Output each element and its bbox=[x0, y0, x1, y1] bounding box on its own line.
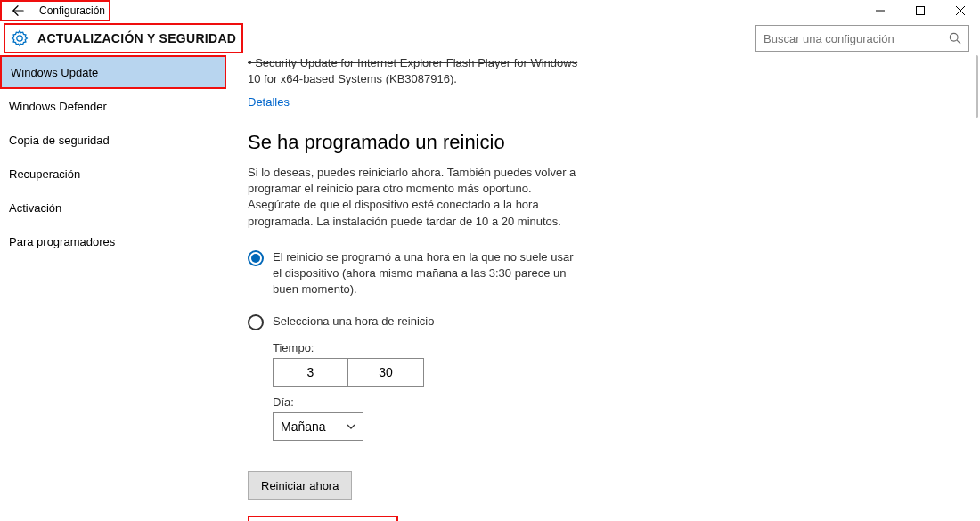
manual-time-block: Tiempo: 3 30 Día: Mañana bbox=[273, 341, 577, 441]
close-button[interactable] bbox=[940, 0, 980, 21]
time-picker[interactable]: 3 30 bbox=[273, 358, 577, 387]
restart-paragraph: Si lo deseas, puedes reiniciarlo ahora. … bbox=[248, 165, 577, 230]
main-content: • Security Update for Internet Explorer … bbox=[226, 55, 980, 521]
radio-icon bbox=[248, 314, 264, 330]
maximize-button[interactable] bbox=[900, 0, 940, 21]
sidebar-item-label: Windows Update bbox=[11, 66, 98, 79]
radio-auto-schedule[interactable]: El reinicio se programó a una hora en la… bbox=[248, 249, 577, 298]
advanced-options-box: Opciones avanzadas bbox=[248, 516, 398, 521]
section-title: Se ha programado un reinicio bbox=[248, 131, 968, 154]
radio-manual-schedule[interactable]: Selecciona una hora de reinicio bbox=[248, 313, 577, 330]
scrollbar[interactable] bbox=[968, 55, 980, 521]
svg-rect-0 bbox=[916, 7, 924, 15]
sidebar: Windows Update Windows Defender Copia de… bbox=[0, 55, 226, 521]
svg-point-1 bbox=[950, 33, 958, 41]
update-item-desc: 10 for x64-based Systems (KB3087916). bbox=[248, 71, 968, 87]
update-item-cut: • Security Update for Internet Explorer … bbox=[248, 55, 968, 71]
search-input[interactable] bbox=[764, 32, 949, 45]
details-link[interactable]: Detalles bbox=[248, 95, 290, 109]
time-minute-cell[interactable]: 30 bbox=[348, 358, 424, 387]
page-header: ACTUALIZACIÓN Y SEGURIDAD bbox=[0, 21, 980, 55]
sidebar-item-copia-de-seguridad[interactable]: Copia de seguridad bbox=[0, 123, 226, 157]
radio-label: Selecciona una hora de reinicio bbox=[273, 313, 434, 330]
close-icon bbox=[956, 6, 965, 15]
sidebar-item-windows-defender[interactable]: Windows Defender bbox=[0, 89, 226, 123]
back-button[interactable] bbox=[2, 2, 34, 20]
sidebar-item-label: Windows Defender bbox=[9, 100, 107, 113]
time-label: Tiempo: bbox=[273, 341, 577, 354]
search-icon bbox=[949, 32, 961, 45]
window-controls bbox=[860, 0, 980, 21]
chevron-down-icon bbox=[347, 422, 355, 431]
sidebar-item-label: Copia de seguridad bbox=[9, 134, 110, 147]
sidebar-item-recuperacion[interactable]: Recuperación bbox=[0, 157, 226, 191]
maximize-icon bbox=[916, 6, 925, 15]
sidebar-item-label: Para programadores bbox=[9, 235, 115, 248]
scroll-thumb[interactable] bbox=[976, 55, 978, 118]
page-title: ACTUALIZACIÓN Y SEGURIDAD bbox=[37, 31, 236, 45]
button-label: Reiniciar ahora bbox=[261, 479, 339, 493]
titlebar: Configuración bbox=[0, 0, 980, 21]
sidebar-item-para-programadores[interactable]: Para programadores bbox=[0, 224, 226, 258]
header-title-group: ACTUALIZACIÓN Y SEGURIDAD bbox=[4, 23, 243, 53]
sidebar-item-windows-update[interactable]: Windows Update bbox=[0, 55, 226, 89]
body: Windows Update Windows Defender Copia de… bbox=[0, 55, 980, 521]
time-hour-cell[interactable]: 3 bbox=[273, 358, 348, 387]
day-picker[interactable]: Mañana bbox=[273, 412, 363, 441]
radio-icon bbox=[248, 250, 264, 266]
titlebar-breadcrumb: Configuración bbox=[0, 0, 110, 21]
day-value: Mañana bbox=[281, 419, 326, 434]
minimize-button[interactable] bbox=[860, 0, 900, 21]
window-title: Configuración bbox=[34, 4, 105, 17]
sidebar-item-label: Recuperación bbox=[9, 167, 80, 181]
day-label: Día: bbox=[273, 395, 577, 409]
minimize-icon bbox=[876, 6, 885, 15]
search-box[interactable] bbox=[755, 25, 969, 52]
restart-radio-group: El reinicio se programó a una hora en la… bbox=[248, 249, 577, 442]
sidebar-item-label: Activación bbox=[9, 201, 61, 215]
restart-now-button[interactable]: Reiniciar ahora bbox=[248, 471, 352, 500]
radio-label: El reinicio se programó a una hora en la… bbox=[273, 249, 577, 298]
back-arrow-icon bbox=[12, 4, 24, 17]
sidebar-item-activacion[interactable]: Activación bbox=[0, 191, 226, 224]
gear-icon bbox=[11, 29, 29, 47]
